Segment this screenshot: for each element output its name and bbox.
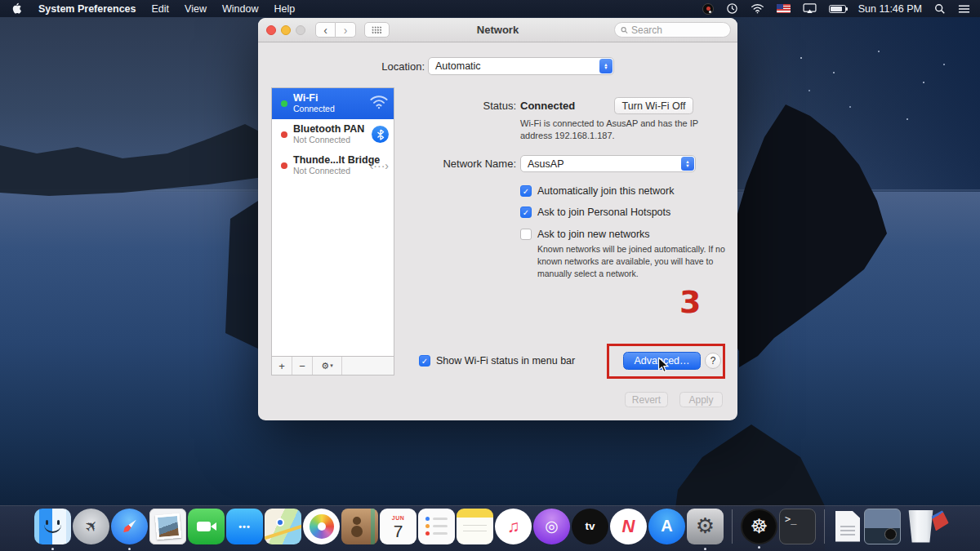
dock-separator — [824, 509, 825, 544]
battery-icon[interactable] — [829, 5, 846, 13]
obs-icon[interactable]: ☸ — [741, 509, 777, 544]
interface-actions-button[interactable]: ⚙▾ — [313, 357, 342, 375]
not-connected-dot-icon — [281, 131, 287, 138]
interface-list-toolbar: + − ⚙▾ — [272, 356, 394, 375]
gear-icon: ⚙ — [321, 361, 329, 371]
add-interface-button[interactable]: + — [272, 357, 292, 375]
option-label: Ask to join Personal Hotspots — [537, 207, 670, 218]
option-label: Ask to join new networks — [537, 229, 650, 240]
apple-tv-icon[interactable]: tv — [572, 509, 608, 544]
trash-icon[interactable] — [902, 509, 939, 544]
location-select[interactable]: Automatic ▴▾ — [428, 57, 614, 75]
dock-separator — [732, 509, 733, 544]
connected-dot-icon — [281, 100, 287, 107]
checkbox-unchecked-icon[interactable] — [520, 229, 532, 240]
wifi-menu-icon[interactable] — [751, 2, 764, 16]
downloads-stack-icon[interactable] — [864, 509, 901, 544]
interface-list: Wi-Fi Connected Bluetooth PAN Not Connec… — [271, 87, 394, 375]
mail-icon[interactable] — [149, 509, 186, 544]
option-personal-hotspots[interactable]: ✓ Ask to join Personal Hotspots — [520, 207, 670, 218]
option-new-networks[interactable]: Ask to join new networks — [520, 229, 650, 240]
finder-icon[interactable] — [34, 509, 71, 544]
news-icon[interactable]: N — [610, 509, 647, 544]
keyboard-layout-flag-icon[interactable] — [777, 4, 791, 13]
mouse-cursor — [657, 358, 670, 373]
terminal-icon[interactable]: >_ — [779, 509, 816, 544]
obs-status-icon[interactable] — [702, 3, 714, 15]
menu-help[interactable]: Help — [274, 3, 295, 15]
menu-view[interactable]: View — [185, 3, 207, 15]
checkbox-checked-icon[interactable]: ✓ — [520, 207, 532, 218]
menu-clock[interactable]: Sun 11:46 PM — [858, 3, 922, 15]
menu-window[interactable]: Window — [222, 3, 258, 15]
status-description: Wi-Fi is connected to AsusAP and has the… — [520, 118, 702, 143]
bluetooth-icon — [372, 126, 389, 143]
remove-interface-button[interactable]: − — [292, 357, 313, 375]
known-networks-note: Known networks will be joined automatica… — [537, 243, 730, 280]
sidebar-item-bluetooth-pan[interactable]: Bluetooth PAN Not Connected — [272, 119, 394, 150]
menu-bar: System Preferences Edit View Window Help… — [0, 0, 980, 17]
airplay-display-icon[interactable] — [803, 2, 817, 16]
location-value: Automatic — [435, 60, 481, 72]
messages-icon[interactable]: ••• — [226, 509, 263, 544]
app-store-icon[interactable]: A — [648, 509, 685, 544]
turn-wifi-off-button[interactable]: Turn Wi-Fi Off — [614, 97, 693, 114]
location-label: Location: — [307, 60, 425, 73]
sidebar-item-thunderbolt-bridge[interactable]: Thunde...lt Bridge Not Connected ‹···› — [272, 150, 394, 181]
photos-icon[interactable] — [303, 509, 340, 544]
network-name-select[interactable]: AsusAP ▴▾ — [520, 155, 696, 172]
not-connected-dot-icon — [281, 162, 287, 169]
revert-button[interactable]: Revert — [625, 392, 668, 407]
stepper-icon: ▴▾ — [599, 59, 612, 73]
sidebar-item-wifi[interactable]: Wi-Fi Connected — [272, 88, 394, 119]
maps-icon[interactable] — [265, 509, 301, 544]
notes-icon[interactable] — [457, 509, 493, 544]
contacts-icon[interactable] — [341, 509, 378, 544]
spotlight-search-icon[interactable] — [934, 2, 946, 16]
calendar-icon[interactable]: JUN7 — [380, 509, 416, 544]
option-auto-join[interactable]: ✓ Automatically join this network — [520, 185, 674, 197]
dock: ✈ ••• JUN7 ♫ ◎ tv N A ⚙ ☸ >_ — [0, 505, 980, 551]
safari-icon[interactable] — [111, 509, 148, 544]
option-label: Show Wi-Fi status in menu bar — [436, 355, 575, 367]
time-machine-icon[interactable] — [726, 2, 738, 16]
thunderbolt-bridge-icon: ‹···› — [370, 159, 389, 172]
apply-button[interactable]: Apply — [679, 392, 723, 407]
apple-menu-icon[interactable] — [11, 2, 23, 15]
notification-center-icon[interactable] — [958, 2, 970, 16]
network-preferences-window: ‹ › Network Location: Automatic ▴▾ Wi-Fi… — [258, 18, 737, 420]
option-label: Automatically join this network — [537, 185, 674, 197]
search-icon — [621, 26, 628, 34]
annotation-step-number: 3 — [679, 284, 701, 320]
menu-app-name[interactable]: System Preferences — [38, 3, 136, 15]
music-icon[interactable]: ♫ — [495, 509, 532, 544]
chevron-down-icon: ▾ — [330, 362, 333, 369]
document-icon[interactable] — [833, 509, 862, 544]
reminders-icon[interactable] — [418, 509, 455, 544]
launchpad-icon[interactable]: ✈ — [73, 509, 109, 544]
network-name-value: AsusAP — [528, 158, 564, 170]
help-button[interactable]: ? — [705, 353, 721, 369]
search-input[interactable] — [631, 24, 724, 36]
status-label: Status: — [402, 100, 516, 112]
checkbox-checked-icon[interactable]: ✓ — [520, 185, 532, 197]
wifi-icon — [369, 95, 389, 112]
system-preferences-icon[interactable]: ⚙ — [687, 509, 724, 544]
search-field[interactable] — [614, 22, 731, 38]
facetime-icon[interactable] — [188, 509, 225, 544]
stepper-icon: ▴▾ — [681, 157, 694, 171]
checkbox-checked-icon[interactable]: ✓ — [419, 355, 430, 367]
podcasts-icon[interactable]: ◎ — [533, 509, 570, 544]
menu-edit[interactable]: Edit — [152, 3, 170, 15]
status-value: Connected — [520, 100, 575, 112]
option-show-wifi-menu-bar[interactable]: ✓ Show Wi-Fi status in menu bar — [419, 355, 575, 367]
window-titlebar[interactable]: ‹ › Network — [258, 18, 737, 42]
network-name-label: Network Name: — [402, 158, 516, 170]
